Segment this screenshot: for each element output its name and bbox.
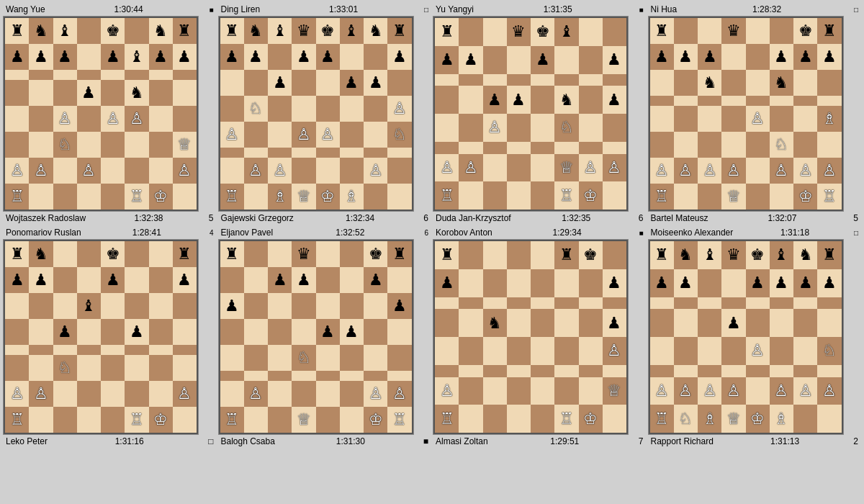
square-2-4-7	[603, 114, 626, 142]
square-1-5-3	[292, 148, 315, 158]
square-1-0-2: ♝	[268, 18, 292, 44]
square-5-7-6: ♔	[364, 407, 387, 433]
square-6-1-4	[531, 269, 554, 297]
square-6-5-4	[531, 365, 554, 377]
square-0-4-0	[5, 106, 29, 132]
square-7-0-0: ♜	[650, 241, 674, 269]
square-1-4-0: ♙	[220, 122, 244, 148]
square-7-5-3	[721, 365, 745, 377]
square-3-6-6: ♙	[793, 158, 817, 184]
bottom-player-time-2: 1:32:35	[562, 213, 590, 223]
square-0-7-0: ♖	[5, 184, 29, 210]
top-player-status-3: □	[854, 6, 858, 14]
square-4-3-1	[29, 319, 53, 345]
square-4-4-1	[29, 345, 53, 355]
square-3-0-3: ♛	[721, 18, 745, 44]
square-4-3-6	[149, 319, 173, 345]
square-4-5-2: ♘	[53, 355, 77, 381]
top-player-time-7: 1:31:18	[780, 228, 809, 238]
square-7-2-3	[721, 297, 745, 310]
chess-board-3: ♜♛♚♜♟♟♟♟♟♟♞♞♙♗♘♙♙♙♙♙♙♙♖♕♔♖	[649, 17, 843, 211]
square-6-6-7: ♕	[603, 377, 626, 405]
square-2-5-1	[459, 142, 482, 154]
square-5-2-5	[340, 293, 364, 319]
square-0-7-1	[29, 184, 53, 210]
square-5-7-1	[244, 407, 268, 433]
square-1-3-1: ♘	[244, 96, 268, 122]
square-7-4-5	[770, 337, 793, 365]
square-1-5-5	[340, 148, 364, 158]
square-2-7-1	[459, 181, 482, 210]
square-4-7-3	[77, 407, 101, 433]
square-2-7-2	[483, 181, 507, 210]
square-1-5-2	[268, 148, 292, 158]
square-5-3-7	[387, 319, 411, 345]
square-6-5-1	[459, 365, 482, 377]
square-4-4-5	[125, 345, 148, 355]
square-6-7-6: ♔	[579, 405, 603, 433]
square-4-0-3	[77, 241, 101, 267]
square-5-4-0	[220, 345, 244, 371]
square-0-3-2	[53, 80, 77, 106]
board-wrapper-1: ♜♞♝♛♚♝♞♜♟♟♟♟♟♟♟♟♘♙♙♙♙♘♙♙♙♖♗♕♔♗	[218, 16, 414, 212]
square-3-5-0	[650, 132, 674, 158]
square-1-2-2: ♟	[268, 70, 292, 96]
top-player-status-4: 4	[210, 229, 214, 237]
square-0-1-2: ♟	[53, 44, 77, 70]
square-2-3-6	[579, 86, 603, 114]
square-6-5-5	[554, 365, 578, 377]
square-6-3-1	[459, 309, 482, 337]
square-0-2-2	[53, 70, 77, 80]
square-4-1-2	[53, 267, 77, 293]
square-6-7-5: ♖	[554, 405, 578, 433]
square-2-2-4	[531, 74, 554, 86]
square-5-6-1: ♙	[244, 381, 268, 407]
square-7-1-4: ♟	[746, 269, 770, 297]
square-7-5-0	[650, 365, 674, 377]
square-2-7-7	[603, 181, 626, 210]
square-4-6-6	[149, 381, 173, 407]
square-7-5-2	[698, 365, 721, 377]
square-0-1-7: ♟	[173, 44, 197, 70]
square-1-7-2: ♗	[268, 184, 292, 210]
chess-board-6: ♜♜♚♟♟♞♟♙♙♕♖♖♔	[433, 240, 628, 434]
square-0-5-7: ♕	[173, 132, 197, 158]
top-player-row-7: Moiseenko Alexander 1:31:18 □	[648, 226, 862, 239]
square-5-4-5	[340, 345, 364, 371]
bottom-player-name-3: Bartel Mateusz	[651, 213, 708, 223]
top-player-time-4: 1:28:41	[132, 228, 161, 238]
square-2-3-3: ♟	[507, 86, 531, 114]
square-2-5-6	[579, 142, 603, 154]
square-6-2-6	[579, 297, 603, 310]
square-7-6-3: ♙	[721, 377, 745, 405]
board-wrapper-0: ♜♞♝♚♞♜♟♟♟♟♝♟♟♟♞♙♙♙♘♕♙♙♙♙♖♖♔	[3, 16, 199, 212]
square-2-2-0	[435, 74, 459, 86]
square-5-6-3	[292, 381, 315, 407]
square-4-5-4	[101, 355, 125, 381]
chess-board-0: ♜♞♝♚♞♜♟♟♟♟♝♟♟♟♞♙♙♙♘♕♙♙♙♙♖♖♔	[4, 17, 198, 211]
square-6-4-5	[554, 337, 578, 365]
square-0-2-0	[5, 70, 29, 80]
square-4-2-3: ♝	[77, 293, 101, 319]
square-0-0-6: ♞	[149, 18, 173, 44]
square-3-2-3	[721, 70, 745, 96]
square-3-3-6	[793, 96, 817, 106]
square-1-0-6: ♞	[364, 18, 387, 44]
top-player-status-7: □	[854, 229, 858, 237]
square-6-0-2	[483, 241, 507, 269]
square-2-2-5	[554, 74, 578, 86]
bottom-player-row-7: Rapport Richard 1:31:13 2	[648, 435, 862, 448]
square-0-1-3	[77, 44, 101, 70]
square-7-4-4: ♙	[746, 337, 770, 365]
square-3-5-4	[746, 132, 770, 158]
square-4-0-6	[149, 241, 173, 267]
square-5-5-4	[316, 371, 340, 381]
square-1-5-7	[387, 148, 411, 158]
square-6-1-1	[459, 269, 482, 297]
square-5-1-3: ♟	[292, 267, 315, 293]
square-6-5-6	[579, 365, 603, 377]
square-4-2-4	[101, 293, 125, 319]
bottom-player-name-7: Rapport Richard	[651, 436, 714, 446]
square-6-1-5	[554, 269, 578, 297]
square-3-2-1	[674, 70, 698, 96]
